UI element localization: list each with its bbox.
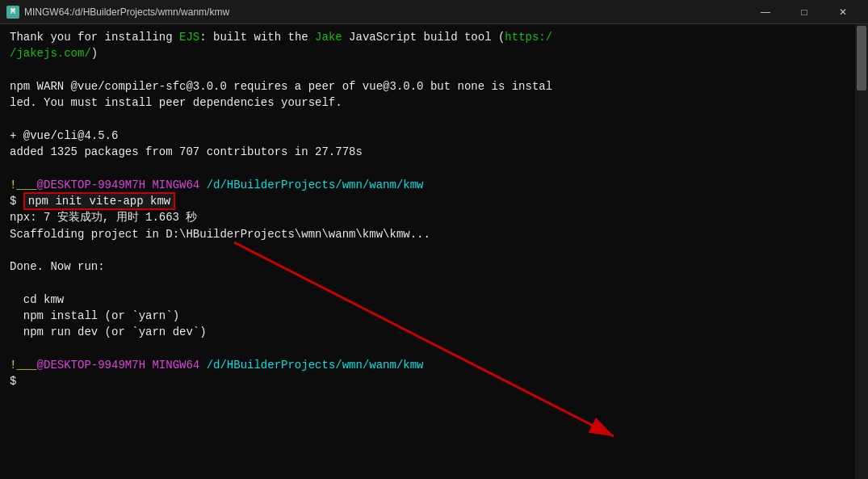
scrollbar-track[interactable] <box>855 24 868 479</box>
scrollbar-thumb[interactable] <box>857 26 866 90</box>
terminal-line <box>10 341 858 357</box>
terminal-line <box>10 160 858 176</box>
terminal-prompt-line: !___@DESKTOP-9949M7H MINGW64 /d/HBuilder… <box>10 357 858 373</box>
app-icon: M <box>6 6 19 19</box>
terminal-area: Thank you for installing EJS: built with… <box>0 24 868 479</box>
terminal-line: npm run dev (or `yarn dev`) <box>10 324 858 340</box>
terminal-line: cd kmw <box>10 292 858 308</box>
terminal-line: npx: 7 安装成功, 用时 1.663 秒 <box>10 209 858 225</box>
terminal-line <box>10 62 858 78</box>
terminal-line: npm install (or `yarn`) <box>10 308 858 324</box>
maximize-button[interactable]: □ <box>786 0 823 24</box>
terminal-line <box>10 275 858 291</box>
terminal-line: /jakejs.com/) <box>10 45 858 61</box>
terminal-line: npm WARN @vue/compiler-sfc@3.0.0 require… <box>10 78 858 95</box>
terminal-cursor-line: $ <box>10 373 858 389</box>
terminal-line: Done. Now run: <box>10 258 858 275</box>
titlebar: M MINGW64:/d/HBuilderProjects/wmn/wanm/k… <box>0 0 868 24</box>
terminal-line: led. You must install peer dependencies … <box>10 95 858 111</box>
terminal-line: Scaffolding project in D:\HBuilderProjec… <box>10 226 858 242</box>
terminal-command-line: $ npm init vite-app kmw <box>10 193 858 209</box>
terminal-line: + @vue/cli@4.5.6 <box>10 128 858 144</box>
command-highlight: npm init vite-app kmw <box>23 192 175 210</box>
terminal-line <box>10 111 858 127</box>
close-button[interactable]: ✕ <box>824 0 862 24</box>
window-title: MINGW64:/d/HBuilderProjects/wmn/wanm/kmw <box>24 6 747 18</box>
minimize-button[interactable]: — <box>747 0 784 24</box>
terminal-line <box>10 242 858 258</box>
window-controls[interactable]: — □ ✕ <box>747 0 862 24</box>
terminal-prompt-line: !___@DESKTOP-9949M7H MINGW64 /d/HBuilder… <box>10 177 858 193</box>
terminal-line: Thank you for installing EJS: built with… <box>10 29 858 45</box>
terminal-line: added 1325 packages from 707 contributor… <box>10 144 858 160</box>
